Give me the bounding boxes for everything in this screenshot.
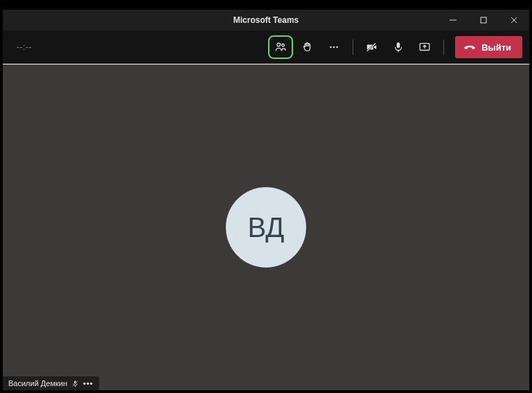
video-stage: ВД Василий Демкин ••• — [3, 64, 529, 390]
avatar-initials: ВД — [248, 212, 285, 243]
close-icon — [511, 17, 517, 24]
window-title: Microsoft Teams — [233, 15, 299, 25]
svg-point-6 — [330, 46, 332, 49]
maximize-icon — [480, 17, 487, 24]
svg-point-5 — [282, 44, 285, 47]
leave-button[interactable]: Выйти — [455, 36, 522, 58]
svg-rect-1 — [481, 17, 486, 23]
mic-muted-icon — [71, 380, 79, 387]
participant-more-button[interactable]: ••• — [83, 379, 94, 387]
share-screen-button[interactable] — [413, 36, 436, 58]
svg-point-7 — [333, 46, 335, 49]
hand-icon — [301, 41, 314, 53]
microphone-icon — [392, 41, 405, 53]
close-button[interactable] — [499, 10, 529, 30]
svg-point-8 — [336, 46, 338, 49]
svg-rect-11 — [397, 42, 400, 48]
window-controls — [438, 10, 529, 30]
maximize-button[interactable] — [468, 10, 499, 30]
leave-label: Выйти — [481, 42, 511, 53]
more-icon — [328, 41, 340, 53]
title-bar: Microsoft Teams — [3, 10, 529, 30]
raise-hand-button[interactable] — [296, 36, 319, 58]
share-icon — [418, 41, 431, 53]
participant-avatar: ВД — [226, 187, 306, 268]
participant-tag: Василий Демкин ••• — [3, 376, 99, 390]
app-window: Microsoft Teams --:-- — [3, 10, 529, 390]
call-toolbar: --:-- — [3, 30, 529, 64]
participants-button[interactable] — [268, 35, 293, 59]
minimize-button[interactable] — [438, 10, 468, 30]
hangup-icon — [463, 41, 476, 53]
microphone-button[interactable] — [387, 36, 410, 58]
toolbar-separator-2 — [443, 40, 444, 55]
svg-point-4 — [277, 43, 281, 46]
more-actions-button[interactable] — [322, 36, 346, 58]
camera-button[interactable] — [360, 36, 384, 58]
people-icon — [274, 41, 287, 53]
participant-name: Василий Демкин — [8, 379, 67, 387]
camera-off-icon — [366, 41, 378, 53]
minimize-icon — [450, 17, 456, 24]
toolbar-separator — [353, 40, 353, 55]
call-timer: --:-- — [17, 42, 32, 52]
